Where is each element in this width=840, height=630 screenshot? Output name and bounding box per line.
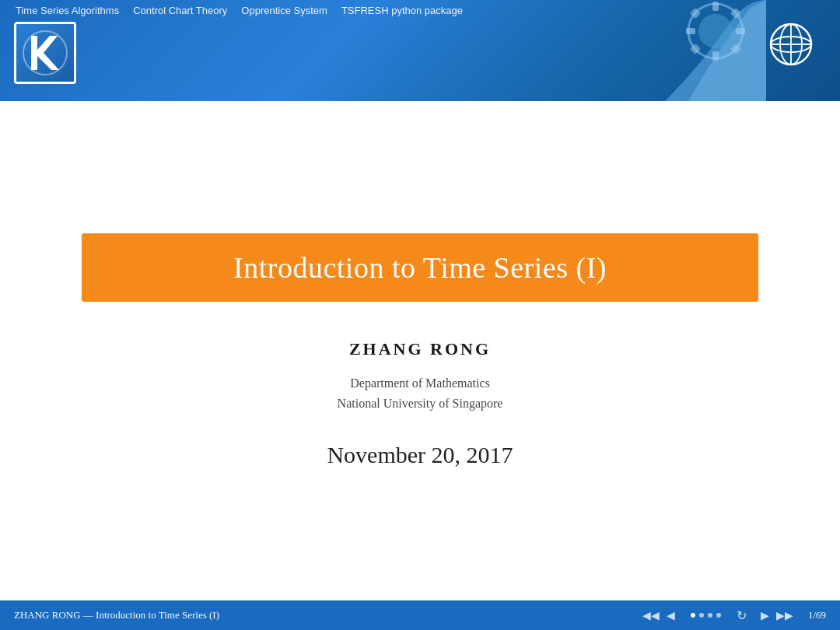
bottom-bar: ZHANG RONG — Introduction to Time Series…	[0, 600, 840, 630]
nav-item-time-series[interactable]: Time Series Algorithms	[16, 5, 119, 16]
slide-title: Introduction to Time Series (I)	[113, 250, 727, 285]
kde-logo-svg	[22, 30, 68, 76]
dept-line1: Department of Mathematics	[338, 373, 503, 394]
nav-prev-button[interactable]: ◀	[667, 609, 675, 622]
nav-refresh-button[interactable]: ↻	[737, 608, 747, 623]
bottom-nav-icons: ◀◀ ◀ ↻ ▶ ▶▶ 1/69	[642, 608, 826, 623]
nav-item-control-chart[interactable]: Control Chart Theory	[133, 5, 227, 16]
dept-line2: National University of Singapore	[338, 394, 503, 414]
svg-rect-0	[22, 30, 68, 76]
nav-dot-3[interactable]	[708, 613, 712, 618]
svg-point-1	[23, 31, 67, 75]
nav-last-button[interactable]: ▶▶	[776, 609, 793, 622]
nav-next-button[interactable]: ▶	[761, 609, 769, 622]
kde-logo	[14, 22, 76, 84]
slide-date: November 20, 2017	[327, 442, 513, 468]
nav-item-tsfresh[interactable]: TSFRESH python package	[341, 5, 463, 16]
globe-icon	[764, 17, 818, 72]
footer-label: ZHANG RONG — Introduction to Time Series…	[14, 609, 219, 621]
title-box: Introduction to Time Series (I)	[82, 233, 758, 302]
svg-rect-5	[712, 51, 719, 61]
globe-svg	[768, 21, 814, 68]
author-name: ZHANG RONG	[349, 339, 491, 359]
svg-point-3	[698, 14, 733, 48]
topbar: Time Series Algorithms Control Chart The…	[0, 0, 840, 101]
nav-first-button[interactable]: ◀◀	[642, 609, 660, 622]
nav-dot-4[interactable]	[716, 613, 721, 618]
svg-rect-4	[712, 2, 719, 11]
nav-item-opprentice[interactable]: Opprentice System	[241, 5, 327, 16]
slide-content: Introduction to Time Series (I) ZHANG RO…	[0, 101, 840, 600]
nav-dot-1[interactable]	[691, 613, 695, 618]
nav-menu: Time Series Algorithms Control Chart The…	[16, 5, 463, 16]
svg-rect-6	[686, 28, 695, 34]
svg-rect-7	[736, 28, 745, 34]
nav-dot-2[interactable]	[699, 613, 704, 618]
dept-info: Department of Mathematics National Unive…	[338, 373, 503, 413]
deco-shapes	[564, 0, 766, 101]
page-counter: 1/69	[808, 609, 826, 621]
